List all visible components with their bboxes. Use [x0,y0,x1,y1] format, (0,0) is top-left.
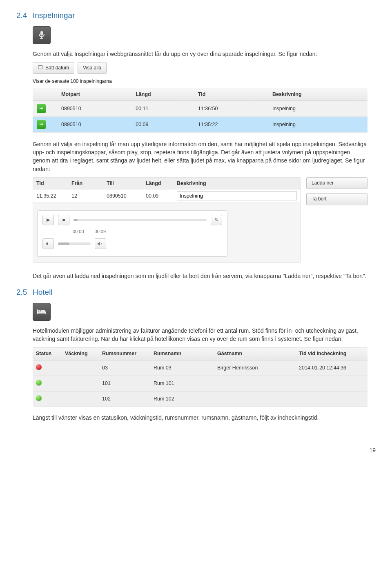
table-row[interactable]: ➔ 0890510 00:11 11:36:50 Inspelning [33,100,368,116]
cell [62,391,99,407]
paragraph: Genom att välja Inspelningar i webbgräns… [33,50,368,58]
col-header: Rumsnummer [99,347,150,360]
mute-button[interactable] [42,238,54,249]
button-label: Ladda ner [312,180,334,187]
cell: Birger Henriksson [214,360,296,376]
col-header: Status [33,347,62,360]
col-header: Till [103,178,143,189]
svg-rect-7 [37,309,38,314]
cell: Rum 102 [150,391,214,407]
paragraph: Längst till vänster visas en statusikon,… [33,414,368,422]
play-button[interactable]: ▶ [42,215,54,225]
seek-slider[interactable] [74,219,207,221]
download-button[interactable]: Ladda ner [306,177,368,189]
cell: 00:09 [143,189,174,203]
svg-marker-6 [98,242,100,246]
cell: 00:09 [131,116,194,132]
table-row[interactable]: 101 Rum 101 [33,376,368,391]
time-total: 00:09 [95,229,106,235]
cell [214,391,296,407]
cell: 0890510 [57,116,131,132]
paragraph: Det går även att ladda ned inspelningen … [33,272,368,280]
recordings-table: Motpart Längd Tid Beskrivning ➔ 0890510 … [33,88,368,133]
time-current: 00:00 [73,229,84,235]
col-header: Beskrivning [174,178,300,189]
svg-rect-4 [38,65,42,66]
section-number: 2.4 [16,10,33,21]
cell: Rum 03 [150,360,214,376]
paragraph: Genom att välja en inspelning får man up… [33,140,368,173]
col-header: Gästnamn [214,347,296,360]
cell: Inspelning [268,100,368,116]
bed-icon [33,303,51,321]
section-number: 2.5 [16,287,33,298]
cell: 102 [99,391,150,407]
cell: 11:36:50 [194,100,268,116]
button-label: Visa alla [83,64,101,71]
col-header: Tid [194,88,268,100]
status-dot-icon [36,364,42,370]
svg-rect-1 [41,37,42,38]
svg-rect-9 [45,313,46,314]
show-all-button[interactable]: Visa alla [78,62,107,74]
stop-button[interactable]: ■ [58,215,69,225]
cell: 00:11 [131,100,194,116]
cell: 11:35:22 [33,189,68,203]
cell: 0890510 [57,100,131,116]
cell [214,376,296,391]
set-date-button[interactable]: Sätt datum [33,62,74,74]
col-header [33,88,57,100]
col-header: Längd [131,88,194,100]
paragraph: Hotellmodulen möjliggör administrering a… [33,327,368,343]
cell: Rum 101 [150,376,214,391]
col-header: Från [68,178,103,189]
hotel-rooms-table: Status Väckning Rumsnummer Rumsnamn Gäst… [33,347,368,407]
cell: 2014-01-20 12:44:36 [296,360,368,376]
delete-button[interactable]: Ta bort [306,193,368,205]
svg-rect-2 [40,38,43,39]
cell [62,376,99,391]
table-row[interactable]: 03 Rum 03 Birger Henriksson 2014-01-20 1… [33,360,368,376]
repeat-button[interactable]: ↻ [211,215,222,225]
button-label: Sätt datum [45,64,69,71]
section-title: Hotell [33,287,53,298]
description-input[interactable] [177,191,297,200]
cell: 12 [68,189,103,203]
status-dot-icon [36,380,42,385]
svg-marker-5 [46,242,48,246]
play-row-icon[interactable]: ➔ [37,104,46,113]
cell [62,360,99,376]
recording-detail-screenshot: Tid Från Till Längd Beskrivning 11:35:22… [33,177,368,263]
col-header: Beskrivning [268,88,368,100]
table-row[interactable]: 102 Rum 102 [33,391,368,407]
recording-detail-table: Tid Från Till Längd Beskrivning 11:35:22… [33,178,300,203]
svg-point-10 [38,310,40,311]
audio-player: ▶ ■ ↻ 00:00 00:09 [37,210,227,257]
cell: 03 [99,360,150,376]
col-header: Längd [143,178,174,189]
page-number: 19 [16,446,376,454]
cell: 0890510 [103,189,143,203]
svg-rect-0 [40,31,43,36]
cell: 11:35:22 [194,116,268,132]
section-2-4-heading: 2.4 Inspelningar [16,10,376,21]
section-2-5-heading: 2.5 Hotell [16,287,376,298]
max-volume-button[interactable] [95,238,106,249]
volume-slider[interactable] [58,242,91,245]
col-header: Tid [33,178,68,189]
cell: 101 [99,376,150,391]
calendar-icon [38,64,43,71]
table-row[interactable]: ➔ 0890510 00:09 11:35:22 Inspelning [33,116,368,132]
status-dot-icon [36,395,42,401]
col-header: Motpart [57,88,131,100]
microphone-icon [33,26,51,44]
cell [296,391,368,407]
play-row-icon[interactable]: ➔ [37,120,46,129]
list-caption: Visar de senaste 100 inspelningarna [33,78,368,85]
col-header: Tid vid incheckning [296,347,368,360]
col-header: Väckning [62,347,99,360]
cell: Inspelning [268,116,368,132]
button-label: Ta bort [312,196,327,202]
col-header: Rumsnamn [150,347,214,360]
section-title: Inspelningar [33,10,75,21]
